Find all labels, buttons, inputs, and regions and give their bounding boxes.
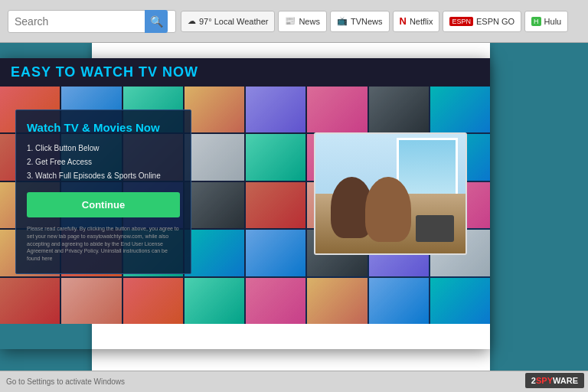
weather-icon: ☁	[188, 16, 196, 26]
center-steps: 1. Click Button Below 2. Get Free Access…	[27, 142, 180, 183]
step-2: 2. Get Free Access	[27, 155, 180, 169]
tab-hulu[interactable]: H Hulu	[524, 11, 568, 32]
search-bar[interactable]: 🔍	[8, 10, 176, 33]
tab-netflix[interactable]: N Netflix	[393, 11, 440, 32]
continue-button[interactable]: Continue	[27, 192, 180, 217]
tab-netflix-label: Netflix	[410, 17, 433, 26]
search-button[interactable]: 🔍	[145, 10, 168, 33]
tv-now-header: Easy To Watch TV Now	[0, 58, 490, 87]
tab-tvnews-label: TVNews	[351, 17, 383, 26]
step-3: 3. Watch Full Episodes & Sports Online	[27, 169, 180, 183]
collage-cell	[246, 182, 305, 228]
netflix-icon: N	[400, 15, 407, 27]
news-icon: 📰	[285, 16, 296, 26]
hulu-icon: H	[531, 17, 541, 26]
couple-silhouette	[315, 134, 466, 253]
tv-now-overlay: Easy To Watch TV Now	[0, 58, 490, 349]
collage-cell	[246, 87, 305, 132]
person2-silhouette	[365, 177, 411, 242]
collage-cell	[246, 278, 305, 324]
collage-cell	[185, 182, 244, 228]
collage-cell	[430, 278, 490, 324]
tab-weather[interactable]: ☁ 97° Local Weather	[181, 11, 275, 32]
collage-cell	[246, 134, 305, 180]
center-title: Watch TV & Movies Now	[27, 121, 180, 134]
tab-hulu-label: Hulu	[544, 17, 562, 26]
tvnews-icon: 📺	[337, 16, 348, 26]
browser-toolbar: 🔍 ☁ 97° Local Weather 📰 News 📺 TVNews N …	[0, 0, 588, 43]
center-cta-box: Watch TV & Movies Now 1. Click Button Be…	[15, 109, 191, 274]
watermark-red: SPY	[536, 376, 553, 385]
collage-cell	[185, 134, 244, 180]
tab-news-label: News	[299, 17, 320, 26]
espn-icon: ESPN	[449, 17, 473, 26]
tab-tvnews[interactable]: 📺 TVNews	[330, 11, 390, 32]
nav-tabs: ☁ 97° Local Weather 📰 News 📺 TVNews N Ne…	[181, 11, 580, 32]
collage-cell	[307, 87, 367, 132]
taskbar: Go to Settings to activate Windows	[0, 371, 588, 392]
collage-cell	[185, 230, 244, 276]
tv-now-logo: Easy To Watch TV Now	[11, 64, 198, 80]
collage-cell	[185, 278, 244, 324]
disclaimer-text: Please read carefully. By clicking the b…	[27, 225, 180, 263]
tab-news[interactable]: 📰 News	[278, 11, 327, 32]
tab-espn[interactable]: ESPN ESPN GO	[443, 11, 521, 32]
tab-espn-label: ESPN GO	[476, 17, 514, 26]
collage-cell	[0, 278, 60, 324]
step-1: 1. Click Button Below	[27, 142, 180, 155]
browser-content: Polarity Terms of Use And End-User Licen…	[0, 43, 588, 392]
watermark: 2SPYWARE	[525, 373, 584, 388]
watermark-suffix: WARE	[553, 376, 578, 385]
laptop-shape	[416, 215, 454, 242]
collage-cell	[430, 87, 490, 132]
collage-cell	[369, 278, 429, 324]
couple-image	[314, 132, 467, 255]
tab-weather-label: 97° Local Weather	[199, 17, 268, 26]
search-input[interactable]	[15, 15, 145, 28]
collage-cell	[123, 278, 183, 324]
collage-cell	[246, 230, 305, 276]
taskbar-text: Go to Settings to activate Windows	[6, 377, 125, 386]
collage-cell	[307, 278, 367, 324]
tv-collage: Watch TV & Movies Now 1. Click Button Be…	[0, 87, 490, 324]
collage-cell	[369, 87, 429, 132]
collage-cell	[185, 87, 244, 132]
collage-cell	[61, 278, 121, 324]
